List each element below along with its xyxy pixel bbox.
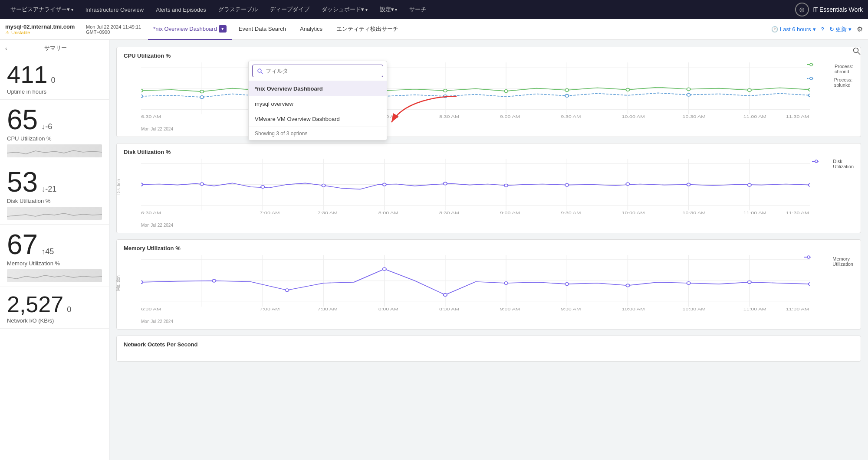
tab-dropdown-arrow[interactable]: ▾ — [219, 25, 227, 33]
metric-memory-change: ↑45 — [41, 247, 54, 256]
legend-disk-label: Disk Utilization — [833, 159, 854, 169]
svg-text:10:30 AM: 10:30 AM — [683, 307, 706, 311]
help-icon[interactable]: ? — [821, 26, 824, 33]
svg-point-61 — [141, 183, 143, 186]
svg-point-18 — [444, 89, 447, 92]
metric-disk-label: Disk Utilization % — [7, 198, 102, 204]
top-navigation: サービスアナライザー▾ Infrastructure Overview Aler… — [0, 0, 868, 19]
svg-point-103 — [285, 289, 289, 292]
svg-point-104 — [383, 268, 386, 271]
clock-icon: 🕐 — [771, 26, 778, 33]
legend-chrond-label: Process: chrond — [835, 64, 854, 74]
metric-network-change: 0 — [67, 305, 71, 314]
svg-point-62 — [200, 183, 204, 186]
chart-legend-memory: Memory Utilization — [804, 255, 854, 268]
refresh-button[interactable]: ↻ 更新 ▾ — [829, 26, 852, 33]
svg-point-21 — [626, 88, 629, 91]
tab-nix-overview-btn[interactable]: *nix Overview Dashboard ▾ — [148, 19, 232, 40]
svg-point-26 — [200, 96, 204, 99]
metric-cpu-change: ↓-6 — [41, 122, 52, 131]
svg-point-47 — [810, 77, 812, 80]
svg-text:9:30 AM: 9:30 AM — [561, 210, 581, 215]
time-range-chevron: ▾ — [813, 26, 816, 33]
nav-search[interactable]: サーチ — [404, 3, 431, 16]
metric-cpu-label: CPU Utilization % — [7, 135, 102, 142]
sidebar-collapse-btn[interactable]: ‹ — [5, 45, 7, 52]
svg-point-29 — [565, 95, 569, 98]
time-range-label: Last 6 hours — [780, 26, 811, 33]
tab-event-data-search[interactable]: Event Data Search — [232, 19, 293, 40]
metric-uptime-value: 411 — [7, 62, 47, 87]
svg-text:11:00 AM: 11:00 AM — [743, 210, 766, 215]
svg-text:10:30 AM: 10:30 AM — [683, 210, 706, 215]
host-info: mysql-02.internal.tmi.com ⚠ Unstable — [5, 23, 79, 36]
svg-text:8:00 AM: 8:00 AM — [378, 307, 398, 311]
metric-network: 2,527 0 Network I/O (KB/s) — [0, 287, 109, 329]
nav-deep-dive[interactable]: ディープダイブ — [265, 3, 315, 16]
dropdown-item-nix[interactable]: *nix Overview Dashboard — [249, 81, 387, 96]
nav-alerts-episodes[interactable]: Alerts and Episodes — [151, 4, 211, 16]
svg-text:6:30 AM: 6:30 AM — [141, 114, 161, 118]
dropdown-item-mysql[interactable]: mysql overview — [249, 96, 387, 111]
svg-text:10:00 AM: 10:00 AM — [621, 307, 644, 311]
metric-memory-sparkline — [7, 269, 102, 282]
search-icon-panel[interactable] — [852, 47, 861, 57]
svg-text:9:30 AM: 9:30 AM — [561, 307, 581, 311]
svg-text:10:00 AM: 10:00 AM — [621, 114, 644, 118]
chart-panel-memory: Memory Utilization % — [116, 239, 861, 330]
dropdown-item-vmware[interactable]: VMware VM Overview Dashboard — [249, 111, 387, 127]
chart-area-memory: 200 100 6:30 AM 7:00 AM 7:30 AM 8:00 AM … — [124, 255, 854, 311]
dashboard-dropdown[interactable]: *nix Overview Dashboard mysql overview V… — [248, 61, 387, 140]
refresh-icon: ↻ — [829, 26, 834, 33]
svg-text:11:30 AM: 11:30 AM — [786, 210, 809, 215]
dropdown-footer: Showing 3 of 3 options — [249, 127, 387, 140]
svg-point-105 — [444, 294, 447, 297]
nav-settings[interactable]: 設定▾ — [375, 3, 403, 16]
main-layout: ‹ サマリー 411 0 Uptime in hours 65 ↓-6 CPU … — [0, 40, 868, 460]
sub-navigation: mysql-02.internal.tmi.com ⚠ Unstable Mon… — [0, 19, 868, 40]
sidebar-header: ‹ サマリー — [0, 40, 109, 56]
chart-title-disk: Disk Utilization % — [124, 149, 854, 155]
nav-service-analyzer[interactable]: サービスアナライザー▾ — [5, 3, 79, 16]
chart-area-disk: 200 100 6:30 AM 7:00 AM 7:30 AM 8:00 AM … — [124, 159, 854, 215]
nav-dashboard[interactable]: ダッシュボード▾ — [316, 3, 373, 16]
svg-point-30 — [687, 94, 690, 97]
metric-disk-change: ↓-21 — [41, 185, 56, 194]
tab-entity-search[interactable]: エンティティ検出サーチ — [329, 19, 405, 40]
tab-nix-overview-dropdown[interactable]: *nix Overview Dashboard ▾ — [148, 19, 232, 40]
panel-settings-icon[interactable]: ⚙ — [857, 25, 863, 33]
nav-glass-table[interactable]: グラステーブル — [213, 3, 263, 16]
svg-point-106 — [504, 282, 508, 285]
legend-splunkd-label: Process: splunkd — [834, 77, 854, 88]
svg-text:11:00 AM: 11:00 AM — [743, 307, 766, 311]
svg-point-65 — [383, 183, 386, 186]
metric-memory-value: 67 — [7, 231, 38, 258]
chart-memory-x-bottom: Mon Jul 22 2024 — [141, 319, 854, 324]
metric-uptime-label: Uptime in hours — [7, 88, 102, 95]
svg-point-109 — [687, 282, 690, 285]
dropdown-search-input-container[interactable] — [252, 65, 383, 77]
svg-point-68 — [565, 183, 569, 186]
dropdown-filter-input[interactable] — [266, 68, 378, 74]
brand-area: ⊕ IT Essentials Work — [795, 3, 863, 16]
metric-uptime-change: 0 — [51, 76, 55, 85]
chart-area-cpu: 0.1 0.05 6:30 AM 7:00 AM 8:00 AM 8:30 AM… — [124, 62, 854, 119]
chart-panel-network: Network Octets Per Second — [116, 336, 861, 362]
nav-infrastructure-overview[interactable]: Infrastructure Overview — [80, 4, 149, 16]
disk-y-label: Dis..tion — [116, 179, 121, 195]
svg-text:9:00 AM: 9:00 AM — [500, 114, 520, 118]
svg-text:9:00 AM: 9:00 AM — [500, 210, 520, 215]
svg-text:9:30 AM: 9:30 AM — [561, 114, 581, 118]
tab-analytics[interactable]: Analytics — [293, 19, 329, 40]
svg-point-28 — [444, 95, 447, 98]
svg-point-87 — [815, 160, 818, 163]
svg-point-13 — [141, 89, 143, 92]
svg-point-14 — [200, 90, 204, 93]
svg-point-127 — [854, 48, 858, 53]
content-area: CPU Utilization % — [109, 40, 868, 460]
time-range-selector[interactable]: 🕐 Last 6 hours ▾ — [771, 26, 816, 33]
svg-text:8:00 AM: 8:00 AM — [378, 210, 398, 215]
metric-cpu-value: 65 — [7, 106, 38, 134]
svg-point-20 — [565, 89, 569, 91]
svg-point-31 — [809, 94, 810, 97]
